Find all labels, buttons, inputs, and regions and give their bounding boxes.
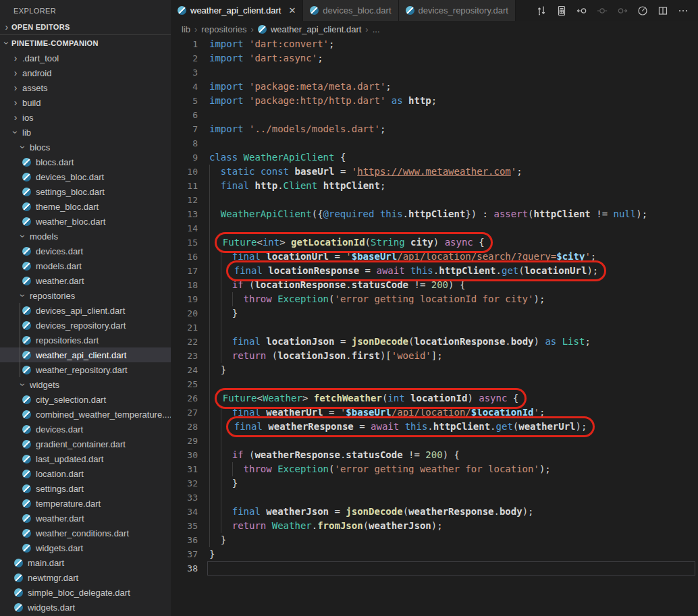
code-line-1[interactable]: 1import 'dart:convert'; (171, 37, 698, 51)
tree-file-devices_bloc.dart[interactable]: devices_bloc.dart (0, 169, 171, 184)
line-number[interactable]: 18 (171, 278, 198, 292)
code-line-21[interactable]: 21 (171, 320, 698, 335)
line-number[interactable]: 26 (171, 391, 198, 405)
tree-folder-.dart_tool[interactable]: ›.dart_tool (0, 51, 171, 65)
tree-file-weather_repository.dart[interactable]: weather_repository.dart (0, 362, 171, 377)
line-number[interactable]: 37 (171, 547, 198, 561)
open-editors-section[interactable]: › OPEN EDITORS (0, 20, 171, 35)
code-line-23[interactable]: 23 return (locationJson.first)['woeid']; (171, 349, 698, 363)
open-devtools-icon[interactable] (637, 5, 648, 16)
tree-file-weather_conditions.dart[interactable]: weather_conditions.dart (0, 526, 171, 540)
navigate-forward-icon[interactable] (617, 5, 628, 16)
line-number[interactable]: 32 (171, 476, 198, 491)
tree-file-widgets.dart[interactable]: widgets.dart (0, 540, 171, 555)
line-number[interactable]: 19 (171, 292, 198, 306)
tree-file-theme_bloc.dart[interactable]: theme_bloc.dart (0, 199, 171, 214)
line-number[interactable]: 4 (171, 80, 198, 94)
line-number[interactable]: 5 (171, 94, 198, 108)
code-line-32[interactable]: 32 } (171, 476, 698, 491)
line-number[interactable]: 8 (171, 136, 198, 150)
line-number[interactable]: 10 (171, 165, 198, 179)
line-number[interactable]: 6 (171, 108, 198, 122)
tree-file-weather_api_client.dart[interactable]: weather_api_client.dart (0, 347, 171, 362)
line-number[interactable]: 15 (171, 235, 198, 250)
line-number[interactable]: 13 (171, 207, 198, 221)
code-line-9[interactable]: 9class WeatherApiClient { (171, 150, 698, 165)
tree-folder-android[interactable]: ›android (0, 65, 171, 80)
line-number[interactable]: 27 (171, 405, 198, 420)
line-number[interactable]: 16 (171, 250, 198, 264)
tree-file-gradient_container.dart[interactable]: gradient_container.dart (0, 437, 171, 451)
workspace-root-section[interactable]: › PINETIME-COMPANION (0, 35, 171, 51)
code-line-3[interactable]: 3 (171, 65, 698, 80)
breadcrumb-item[interactable]: weather_api_client.dart (271, 24, 361, 34)
compare-changes-icon[interactable] (536, 5, 547, 16)
code-line-19[interactable]: 19 throw Exception('error getting locati… (171, 292, 698, 306)
tree-file-weather.dart[interactable]: weather.dart (0, 273, 171, 288)
breadcrumb-item[interactable]: ... (373, 24, 380, 34)
line-number[interactable]: 11 (171, 179, 198, 193)
line-number[interactable]: 3 (171, 65, 198, 80)
line-number[interactable]: 31 (171, 462, 198, 476)
tree-file-devices_repository.dart[interactable]: devices_repository.dart (0, 318, 171, 333)
code-line-6[interactable]: 6 (171, 108, 698, 122)
tree-folder-repositories[interactable]: ›repositories (0, 288, 171, 303)
line-number[interactable]: 24 (171, 363, 198, 377)
breadcrumb-item[interactable]: repositories (201, 24, 246, 34)
line-number[interactable]: 34 (171, 505, 198, 519)
code-line-10[interactable]: 10 static const baseUrl = 'https://www.m… (171, 165, 698, 179)
code-line-5[interactable]: 5import 'package:http/http.dart' as http… (171, 94, 698, 108)
line-number[interactable]: 21 (171, 320, 198, 335)
line-number[interactable]: 1 (171, 37, 198, 51)
tree-folder-assets[interactable]: ›assets (0, 80, 171, 95)
line-number[interactable]: 7 (171, 122, 198, 136)
line-number[interactable]: 9 (171, 150, 198, 165)
line-number[interactable]: 29 (171, 434, 198, 448)
tree-folder-ios[interactable]: ›ios (0, 110, 171, 125)
code-line-28[interactable]: 28 final weatherResponse = await this.ht… (171, 420, 698, 434)
line-number[interactable]: 36 (171, 533, 198, 547)
code-line-33[interactable]: 33 (171, 491, 698, 505)
code-line-2[interactable]: 2import 'dart:async'; (171, 51, 698, 65)
code-line-22[interactable]: 22 final locationJson = jsonDecode(locat… (171, 335, 698, 349)
tree-file-repositories.dart[interactable]: repositories.dart (0, 333, 171, 347)
line-number[interactable]: 2 (171, 51, 198, 65)
tree-file-models.dart[interactable]: models.dart (0, 258, 171, 273)
code-line-20[interactable]: 20 } (171, 306, 698, 320)
code-line-4[interactable]: 4import 'package:meta/meta.dart'; (171, 80, 698, 94)
line-number[interactable]: 38 (171, 561, 198, 576)
tree-file-newtmgr.dart[interactable]: newtmgr.dart (0, 570, 171, 585)
code-line-36[interactable]: 36 } (171, 533, 698, 547)
line-number[interactable]: 22 (171, 335, 198, 349)
line-number[interactable]: 28 (171, 420, 198, 434)
line-number[interactable]: 20 (171, 306, 198, 320)
tree-file-last_updated.dart[interactable]: last_updated.dart (0, 451, 171, 466)
line-number[interactable]: 17 (171, 264, 198, 278)
line-number[interactable]: 30 (171, 448, 198, 462)
line-number[interactable]: 14 (171, 221, 198, 235)
tree-file-widgets.dart[interactable]: widgets.dart (0, 600, 171, 615)
tree-file-devices.dart[interactable]: devices.dart (0, 244, 171, 258)
code-line-34[interactable]: 34 final weatherJson = jsonDecode(weathe… (171, 505, 698, 519)
close-icon[interactable]: ✕ (288, 5, 296, 16)
tree-file-weather_bloc.dart[interactable]: weather_bloc.dart (0, 214, 171, 229)
code-editor[interactable]: 1import 'dart:convert';2import 'dart:asy… (171, 37, 698, 616)
breadcrumb-item[interactable]: lib (182, 24, 190, 34)
code-line-31[interactable]: 31 throw Exception('error getting weathe… (171, 462, 698, 476)
tree-folder-widgets[interactable]: ›widgets (0, 377, 171, 392)
code-line-7[interactable]: 7import '../models/models.dart'; (171, 122, 698, 136)
tree-folder-models[interactable]: ›models (0, 229, 171, 244)
tab-devices_bloc.dart[interactable]: devices_bloc.dart (303, 0, 398, 21)
navigate-back-icon[interactable] (576, 5, 587, 16)
open-preview-icon[interactable] (556, 5, 567, 16)
tree-file-city_selection.dart[interactable]: city_selection.dart (0, 392, 171, 407)
code-line-35[interactable]: 35 return Weather.fromJson(weatherJson); (171, 519, 698, 533)
tree-file-devices.dart[interactable]: devices.dart (0, 422, 171, 437)
code-line-24[interactable]: 24 } (171, 363, 698, 377)
tab-devices_repository.dart[interactable]: devices_repository.dart (399, 0, 516, 21)
tree-file-settings_bloc.dart[interactable]: settings_bloc.dart (0, 184, 171, 199)
tree-file-devices_api_client.dart[interactable]: devices_api_client.dart (0, 303, 171, 318)
tree-file-location.dart[interactable]: location.dart (0, 466, 171, 481)
code-line-13[interactable]: 13 WeatherApiClient({@required this.http… (171, 207, 698, 221)
split-editor-icon[interactable] (657, 5, 668, 16)
